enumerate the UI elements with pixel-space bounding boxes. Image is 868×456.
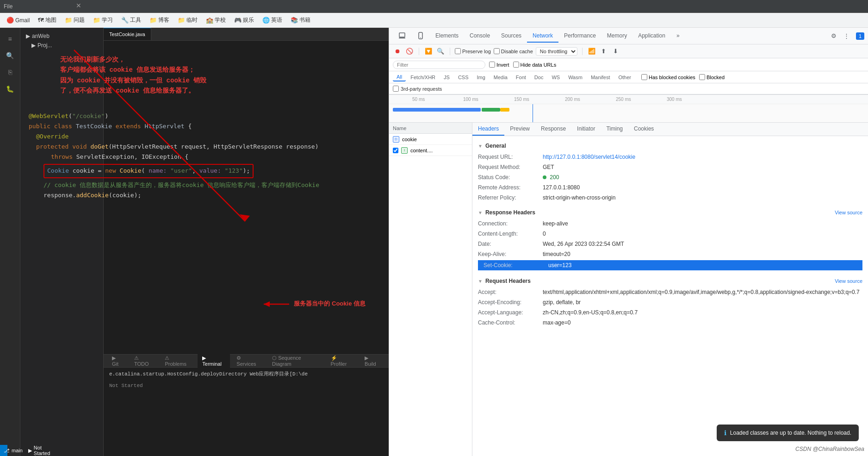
- profiler-tab[interactable]: ⚡ Profiler: [326, 353, 359, 369]
- tab-elements[interactable]: Elements: [430, 30, 464, 43]
- status-git[interactable]: ⎇ main: [4, 448, 23, 454]
- import-icon[interactable]: ⬆: [599, 47, 608, 56]
- bookmark-books[interactable]: 📚 书籍: [288, 15, 313, 25]
- preserve-log-input[interactable]: [455, 48, 461, 54]
- general-section-header[interactable]: General: [472, 140, 868, 152]
- bookmark-gmail[interactable]: 🔴 Gmail: [4, 15, 32, 25]
- detail-tab-initiator[interactable]: Initiator: [571, 123, 601, 136]
- type-tab-font[interactable]: Font: [512, 74, 530, 81]
- tab-inspect-icon[interactable]: [393, 29, 411, 43]
- git-tab[interactable]: ▶ Git: [107, 353, 128, 369]
- detail-tab-headers[interactable]: Headers: [472, 123, 504, 136]
- build-tab[interactable]: ▶ Build: [360, 353, 385, 369]
- type-tab-css[interactable]: CSS: [454, 74, 472, 81]
- detail-tab-timing[interactable]: Timing: [601, 123, 628, 136]
- blocked-cookies-checkbox[interactable]: Has blocked cookies: [641, 74, 695, 80]
- ruler-250ms: 250 ms: [616, 97, 631, 102]
- type-tab-media[interactable]: Media: [490, 74, 511, 81]
- bookmark-study[interactable]: 📁 学习: [90, 15, 116, 25]
- detail-tab-preview[interactable]: Preview: [504, 123, 535, 136]
- disable-cache-input[interactable]: [494, 48, 500, 54]
- ruler-50ms: 50 ms: [412, 97, 425, 102]
- third-party-input[interactable]: [393, 86, 399, 92]
- terminal-tab[interactable]: ▶ Terminal: [198, 353, 230, 369]
- svg-marker-1: [240, 214, 250, 221]
- todo-tab[interactable]: ⚠ TODO: [130, 353, 158, 369]
- type-tab-ws[interactable]: WS: [548, 74, 564, 81]
- request-cookie[interactable]: D cookie: [389, 134, 472, 145]
- detail-content: General Request URL: http://127.0.0.1:80…: [472, 136, 868, 335]
- tab-device-icon[interactable]: [411, 29, 430, 43]
- prop-accept: Accept: text/html,application/xhtml+xml,…: [478, 287, 862, 297]
- type-tab-other[interactable]: Other: [614, 74, 635, 81]
- status-not-started[interactable]: ▶ Not Started: [28, 445, 50, 456]
- sequence-tab[interactable]: ⬡ Sequence Diagram: [267, 353, 324, 369]
- tab-performance[interactable]: Performance: [558, 30, 601, 43]
- folder-icon: 📁: [65, 17, 72, 24]
- bookmark-english[interactable]: 🌐 英语: [260, 15, 285, 25]
- disable-cache-checkbox[interactable]: Disable cache: [494, 48, 533, 54]
- bookmark-issues[interactable]: 📁 问题: [62, 15, 87, 25]
- hide-data-urls-input[interactable]: [513, 62, 519, 68]
- type-tab-wasm[interactable]: Wasm: [564, 74, 586, 81]
- invert-input[interactable]: [489, 62, 495, 68]
- bookmark-map[interactable]: 🗺 地图: [35, 15, 59, 25]
- network-conditions-icon[interactable]: 📶: [587, 47, 596, 56]
- response-headers-content: Connection: keep-alive Content-Length: 0…: [472, 219, 868, 275]
- blocked-cookies-input[interactable]: [641, 74, 647, 80]
- tab-sources[interactable]: Sources: [496, 30, 527, 43]
- stop-button[interactable]: 🚫: [405, 47, 414, 56]
- response-view-source[interactable]: View source: [835, 210, 862, 215]
- prop-accept-encoding: Accept-Encoding: gzip, deflate, br: [478, 297, 862, 307]
- tree-item-anweb[interactable]: ▶ anWeb: [20, 31, 103, 41]
- type-tab-manifest[interactable]: Manifest: [587, 74, 614, 81]
- invert-checkbox[interactable]: Invert: [489, 62, 509, 68]
- request-content-checkbox[interactable]: [393, 148, 398, 153]
- devtools-settings-icon[interactable]: ⚙: [828, 31, 839, 42]
- problems-tab[interactable]: ⚠ Problems: [160, 353, 196, 369]
- bookmark-ent[interactable]: 🎮 娱乐: [231, 15, 257, 25]
- type-tab-js[interactable]: JS: [440, 74, 453, 81]
- third-party-filter[interactable]: 3rd-party requests: [389, 83, 868, 94]
- tab-memory[interactable]: Memory: [601, 30, 632, 43]
- bookmark-blog[interactable]: 📁 博客: [147, 15, 172, 25]
- response-headers-section-header[interactable]: ▼ Response Headers View source: [472, 206, 868, 219]
- type-tab-doc[interactable]: Doc: [531, 74, 547, 81]
- blocked-checkbox[interactable]: Blocked: [699, 74, 725, 80]
- prop-cache-control-name: Cache-Control:: [478, 319, 543, 327]
- tab-more[interactable]: »: [671, 30, 685, 43]
- request-headers-section-header[interactable]: ▼ Request Headers View source: [472, 275, 868, 287]
- bookmark-issues-label: 问题: [74, 16, 85, 24]
- csdn-watermark: CSDN @ChinaRainbowSea: [795, 446, 864, 452]
- ide-tab-testcookie[interactable]: TestCookie.java: [104, 28, 151, 40]
- prop-request-url-value[interactable]: http://127.0.0.1:8080/servlet14/cookie: [543, 153, 862, 161]
- detail-tab-cookies[interactable]: Cookies: [628, 123, 659, 136]
- throttling-select[interactable]: No throttling: [536, 47, 577, 56]
- search-button[interactable]: 🔍: [436, 47, 445, 56]
- devtools-more-icon[interactable]: ⋮: [841, 31, 852, 42]
- blocked-input[interactable]: [699, 74, 705, 80]
- file-menu[interactable]: File: [4, 3, 12, 10]
- export-icon[interactable]: ⬇: [611, 47, 620, 56]
- request-content[interactable]: I content....: [389, 145, 472, 156]
- filter-input[interactable]: [393, 61, 485, 69]
- tab-network[interactable]: Network: [527, 30, 558, 43]
- type-tab-all[interactable]: All: [393, 73, 406, 81]
- tab-console[interactable]: Console: [464, 30, 496, 43]
- prop-connection-value: keep-alive: [543, 219, 862, 228]
- bookmark-tools[interactable]: 🔧 工具: [118, 15, 144, 25]
- type-tab-img[interactable]: Img: [473, 74, 489, 81]
- bookmark-temp[interactable]: 📁 临时: [175, 15, 200, 25]
- services-tab[interactable]: ⚙ Services: [232, 353, 266, 369]
- type-tab-fetch[interactable]: Fetch/XHR: [407, 74, 439, 81]
- tab-application[interactable]: Application: [632, 30, 671, 43]
- bookmark-school[interactable]: 🏫 学校: [203, 15, 229, 25]
- bookmark-english-label: 英语: [271, 16, 282, 24]
- filter-icon[interactable]: 🔽: [424, 47, 433, 56]
- svg-marker-3: [264, 301, 270, 307]
- detail-tab-response[interactable]: Response: [535, 123, 571, 136]
- request-view-source[interactable]: View source: [835, 278, 862, 284]
- preserve-log-checkbox[interactable]: Preserve log: [455, 48, 491, 54]
- hide-data-urls-checkbox[interactable]: Hide data URLs: [513, 62, 557, 68]
- record-button[interactable]: ⏺: [393, 47, 402, 56]
